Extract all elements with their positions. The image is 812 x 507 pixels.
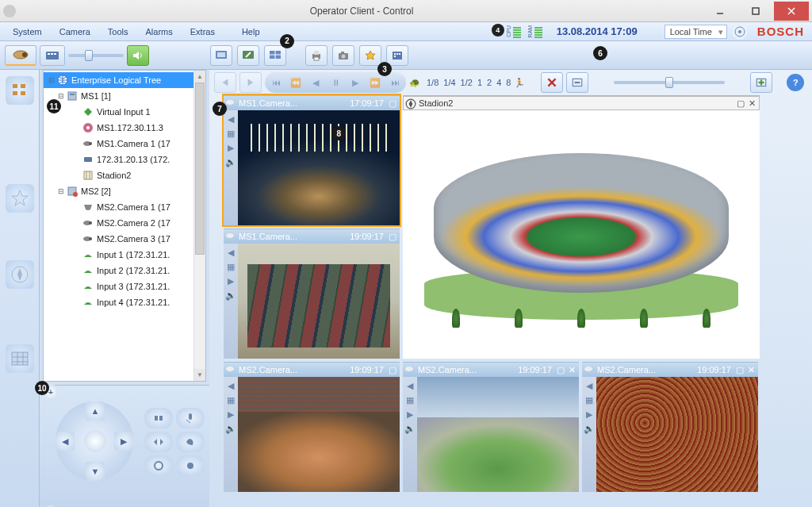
- pane-close[interactable]: ✕: [746, 98, 757, 109]
- menu-extras[interactable]: Extras: [182, 25, 223, 39]
- pause[interactable]: ⏸: [326, 74, 345, 91]
- tree-input3[interactable]: Input 3 (172.31.21.: [44, 278, 205, 294]
- rail-tree-icon[interactable]: [6, 76, 34, 105]
- camera-video[interactable]: [238, 377, 400, 492]
- close-button[interactable]: [774, 2, 809, 21]
- ptz-iris-close[interactable]: [176, 455, 205, 476]
- tb-print[interactable]: [305, 45, 327, 66]
- ptz-preset[interactable]: [176, 432, 205, 452]
- ptz-focus-far[interactable]: [144, 432, 173, 452]
- ptz-iris-open[interactable]: [144, 455, 173, 476]
- help-button[interactable]: ?: [787, 74, 804, 91]
- svg-point-57: [73, 192, 78, 197]
- menu-tools[interactable]: Tools: [100, 25, 136, 39]
- tree-input1[interactable]: Input 1 (172.31.21.: [44, 247, 205, 263]
- tb-snapshot[interactable]: [332, 45, 354, 66]
- instant-playback-icon[interactable]: ▶: [225, 142, 236, 153]
- tree-ms1[interactable]: ⊟ MS1 [1]: [44, 88, 205, 104]
- collapse-icon[interactable]: ⊟: [47, 76, 56, 84]
- pane-maximize[interactable]: ▢: [387, 98, 398, 109]
- menu-system[interactable]: System: [5, 25, 50, 39]
- camera-video[interactable]: [238, 244, 400, 359]
- cameo-1[interactable]: MS1.Camera... 17:09:17 ▢ ◀ ▦ ▶ 🔈 8: [224, 95, 400, 225]
- volume-slider[interactable]: [68, 54, 124, 57]
- help-icon-small[interactable]: [732, 24, 748, 40]
- tab-playback[interactable]: [40, 45, 65, 66]
- clear-all-button[interactable]: [541, 72, 563, 93]
- cameo-prev[interactable]: [214, 72, 236, 93]
- menu-help[interactable]: Help: [234, 25, 268, 39]
- fast-fwd[interactable]: ⏭: [385, 74, 404, 91]
- ptz-up[interactable]: ▲: [86, 401, 105, 421]
- cameo-5[interactable]: MS2.Camera... 19:09:17 ▢ ✕ ◀▦▶🔈: [582, 362, 758, 492]
- step-fwd[interactable]: ⏩: [366, 74, 385, 91]
- tree-scrollbar[interactable]: ▲▼: [193, 71, 205, 381]
- tb-bookmark[interactable]: [359, 45, 381, 66]
- rail-grid-icon[interactable]: [6, 344, 34, 373]
- ptz-down[interactable]: ▼: [86, 462, 105, 481]
- tree-root[interactable]: ⊟ Enterprise Logical Tree: [44, 72, 205, 88]
- tb-monitor1[interactable]: [210, 45, 232, 66]
- tab-live[interactable]: [5, 45, 36, 66]
- pane-close[interactable]: ✕: [745, 364, 756, 375]
- maximize-button[interactable]: [738, 2, 773, 21]
- pane-maximize[interactable]: ▢: [735, 98, 746, 109]
- svg-rect-9: [48, 53, 50, 55]
- camera-video[interactable]: 8: [238, 110, 400, 225]
- cameo-next[interactable]: [239, 72, 262, 93]
- tree-virtual-input[interactable]: Virtual Input 1: [44, 104, 205, 120]
- tree-input2[interactable]: Input 2 (172.31.21.: [44, 263, 205, 278]
- ptz-left[interactable]: ◀: [56, 432, 75, 451]
- row-size-slider[interactable]: [614, 81, 725, 84]
- ptz-mic[interactable]: [176, 408, 205, 428]
- tb-sequence[interactable]: [386, 45, 408, 66]
- ptz-focus-near[interactable]: [144, 408, 173, 428]
- tree-ms1-cam1[interactable]: MS1.Camera 1 (17: [44, 136, 205, 152]
- tb-layout[interactable]: [264, 45, 286, 66]
- pane-close[interactable]: ✕: [566, 364, 577, 375]
- tree-ms2[interactable]: ⊟ MS2 [2]: [44, 183, 205, 199]
- audio-icon[interactable]: 🔈: [225, 156, 236, 167]
- logical-tree[interactable]: 11 ⊟ Enterprise Logical Tree ⊟ MS1 [1] V…: [43, 70, 206, 382]
- hide-bars-button[interactable]: [566, 72, 588, 93]
- tree-ms2-cam1[interactable]: MS2.Camera 1 (17: [44, 199, 205, 215]
- speaker-icon[interactable]: [127, 45, 149, 66]
- cameo-3[interactable]: MS2.Camera... 19:09:17 ▢ ◀▦▶🔈: [224, 362, 400, 492]
- ptz-pad[interactable]: ▲ ▼ ◀ ▶: [56, 401, 133, 481]
- camera-video[interactable]: [596, 377, 758, 492]
- tree-input4[interactable]: Input 4 (172.31.21.: [44, 294, 205, 310]
- rail-compass-icon[interactable]: [6, 260, 34, 289]
- map-pane[interactable]: Stadion2 ▢ ✕: [403, 95, 760, 359]
- prev-frame[interactable]: ◀: [306, 74, 325, 91]
- pane-maximize[interactable]: ▢: [734, 364, 745, 375]
- tree-ms2-cam3[interactable]: MS2.Camera 3 (17: [44, 231, 205, 247]
- camera-icon: [584, 365, 595, 374]
- ptz-mode-icon[interactable]: ◀: [225, 113, 236, 125]
- tb-monitor2[interactable]: [237, 45, 259, 66]
- menu-alarms[interactable]: Alarms: [138, 25, 181, 39]
- ptz-right[interactable]: ▶: [114, 432, 133, 451]
- tree-encoder-1[interactable]: MS1.172.30.11.3: [44, 120, 205, 136]
- tree-ms2-cam2[interactable]: MS2.Camera 2 (17: [44, 215, 205, 231]
- rewind[interactable]: ⏮: [266, 74, 285, 91]
- collapse-icon[interactable]: ⊟: [56, 92, 66, 100]
- timezone-select[interactable]: Local Time: [665, 25, 727, 39]
- cameo-4[interactable]: MS2.Camera... 19:09:17 ▢ ✕ ◀▦▶🔈: [403, 362, 579, 492]
- rail-star-icon[interactable]: [6, 184, 34, 213]
- map-image[interactable]: [403, 110, 760, 359]
- minimize-button[interactable]: [703, 2, 737, 21]
- cameo-2[interactable]: MS1.Camera... 19:09:17 ▢ ◀▦▶🔈: [224, 229, 400, 359]
- step-back[interactable]: ⏪: [286, 74, 305, 91]
- pane-maximize[interactable]: ▢: [387, 231, 398, 242]
- camera-video[interactable]: [417, 377, 579, 492]
- next-frame[interactable]: ▶: [346, 74, 365, 91]
- pane-maximize[interactable]: ▢: [555, 364, 566, 375]
- tree-iscsi[interactable]: 172.31.20.13 (172.: [44, 152, 205, 167]
- tree-stadion2[interactable]: Stadion2: [44, 167, 205, 183]
- ref-image-icon[interactable]: ▦: [225, 128, 236, 139]
- collapse-icon[interactable]: ⊟: [56, 187, 66, 195]
- pane-maximize[interactable]: ▢: [387, 364, 398, 375]
- menu-camera[interactable]: Camera: [52, 25, 98, 39]
- add-row-button[interactable]: [750, 72, 772, 93]
- ptz-center[interactable]: [84, 430, 106, 452]
